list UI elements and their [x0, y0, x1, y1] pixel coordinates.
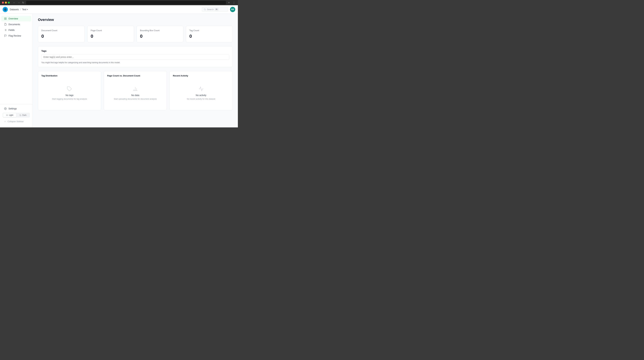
- stat-value: 0: [41, 34, 81, 39]
- sidebar-item-label: Fields: [8, 29, 14, 31]
- settings-item[interactable]: Settings: [1, 106, 31, 112]
- overview-icon: [4, 17, 7, 20]
- stat-value: 0: [91, 34, 130, 39]
- stat-value: 0: [189, 34, 229, 39]
- page-vs-doc-card: Page Count vs. Document Count No data St…: [104, 71, 167, 110]
- svg-rect-5: [6, 19, 6, 20]
- stat-label: Page Count: [91, 29, 130, 32]
- documents-icon: [4, 23, 7, 26]
- charts-grid: Tag Distribution No tags Start tagging d…: [38, 71, 233, 110]
- address-bar[interactable]: [26, 1, 226, 4]
- breadcrumb: Datasets / Test ▾: [10, 8, 28, 11]
- stats-grid: Document Count 0 Page Count 0 Bounding B…: [38, 26, 233, 42]
- main-layout: Overview Documents: [0, 14, 238, 128]
- recent-activity-card: Recent Activity No activity No recent ac…: [170, 71, 233, 110]
- browser-chrome: ← → ↻ + ⋮: [0, 0, 238, 5]
- sidebar-item-fields[interactable]: Fields: [1, 27, 31, 33]
- tag-empty-icon: [67, 86, 72, 92]
- chart-empty-desc: No recent activity for this dataset: [187, 98, 215, 100]
- svg-point-13: [5, 108, 6, 109]
- settings-icon: [4, 107, 7, 110]
- maximize-button[interactable]: [8, 2, 10, 4]
- refresh-button[interactable]: ↻: [22, 1, 25, 4]
- sidebar-nav: Overview Documents: [0, 16, 32, 104]
- svg-point-14: [6, 115, 7, 116]
- top-bar-actions: Search ⌘/ BB: [202, 7, 235, 12]
- top-bar: Datasets / Test ▾ Search ⌘/ BB: [0, 5, 238, 14]
- light-label: Light: [9, 114, 13, 116]
- stat-label: Document Count: [41, 29, 81, 32]
- breadcrumb-datasets[interactable]: Datasets: [10, 8, 19, 11]
- stat-card-bounding-box-count: Bounding Box Count 0: [136, 26, 183, 42]
- browser-menu-button[interactable]: ⋮: [232, 1, 236, 4]
- stat-label: Bounding Box Count: [140, 29, 180, 32]
- window-controls: [2, 2, 10, 4]
- svg-rect-2: [4, 18, 5, 18]
- chart-empty-state: No activity No recent activity for this …: [173, 80, 229, 107]
- settings-label: Settings: [8, 107, 17, 110]
- breadcrumb-current-project: Test ▾: [22, 8, 28, 11]
- sidebar-item-overview[interactable]: Overview: [1, 16, 31, 22]
- chevron-down-icon: ▾: [27, 8, 28, 10]
- stat-card-tag-count: Tag Count 0: [186, 26, 233, 42]
- chart-empty-desc: Start tagging documents for tag analysis: [52, 98, 87, 100]
- close-button[interactable]: [2, 2, 4, 4]
- minimize-button[interactable]: [5, 2, 7, 4]
- dark-label: Dark: [22, 114, 26, 116]
- tags-title: Tags: [41, 50, 229, 52]
- light-theme-button[interactable]: Light: [3, 113, 16, 117]
- sidebar-item-documents[interactable]: Documents: [1, 22, 31, 27]
- chart-title: Page Count vs. Document Count: [107, 74, 164, 77]
- stat-label: Tag Count: [189, 29, 229, 32]
- svg-rect-3: [6, 18, 6, 18]
- collapse-label: Collapse Sidebar: [8, 120, 24, 123]
- svg-line-17: [6, 114, 6, 115]
- sidebar-item-label: Documents: [8, 23, 20, 26]
- collapse-sidebar-button[interactable]: Collapse Sidebar: [1, 119, 31, 124]
- back-button[interactable]: ←: [12, 1, 16, 4]
- browser-navigation: ← → ↻: [12, 1, 25, 4]
- sidebar-item-label: Overview: [8, 17, 18, 20]
- stat-value: 0: [140, 34, 180, 39]
- avatar[interactable]: BB: [230, 7, 235, 12]
- search-label: Search: [207, 8, 214, 10]
- chart-empty-state: No data Start uploading documents for do…: [107, 80, 164, 107]
- sidebar-item-label: Flag Review: [8, 34, 21, 37]
- tags-hint: You might find tags helpful for categori…: [41, 62, 229, 64]
- breadcrumb-separator: /: [20, 8, 21, 11]
- chart-empty-state: No tags Start tagging documents for tag …: [41, 80, 98, 107]
- search-bar[interactable]: Search ⌘/: [202, 7, 228, 12]
- search-shortcut: ⌘/: [215, 8, 218, 11]
- page-title: Overview: [38, 18, 233, 22]
- app-logo: [2, 7, 8, 12]
- stat-card-document-count: Document Count 0: [38, 26, 85, 42]
- svg-rect-4: [4, 19, 5, 20]
- fields-icon: [4, 28, 7, 32]
- svg-point-1: [204, 9, 205, 10]
- tags-input[interactable]: [41, 54, 229, 60]
- chart-title: Recent Activity: [173, 74, 229, 77]
- new-tab-button[interactable]: +: [227, 1, 231, 4]
- chart-empty-title: No tags: [66, 94, 73, 96]
- chart-empty-desc: Start uploading documents for document a…: [114, 98, 157, 100]
- sidebar: Overview Documents: [0, 14, 33, 128]
- svg-line-22: [8, 114, 8, 115]
- forward-button[interactable]: →: [17, 1, 20, 4]
- bar-chart-empty-icon: [133, 86, 138, 92]
- stat-card-page-count: Page Count 0: [87, 26, 134, 42]
- activity-empty-icon: [198, 86, 204, 92]
- chart-empty-title: No activity: [196, 94, 206, 96]
- content-area: Overview Document Count 0 Page Count 0 B…: [33, 14, 238, 128]
- chart-title: Tag Distribution: [41, 74, 98, 77]
- theme-toggle: Light Dark: [2, 113, 30, 118]
- tags-section: Tags You might find tags helpful for cat…: [38, 46, 233, 67]
- tag-distribution-card: Tag Distribution No tags Start tagging d…: [38, 71, 101, 110]
- sidebar-item-flag-review[interactable]: Flag Review: [1, 33, 31, 38]
- sidebar-bottom: Settings: [0, 104, 32, 126]
- app-window: Datasets / Test ▾ Search ⌘/ BB: [0, 5, 238, 128]
- dark-theme-button[interactable]: Dark: [16, 113, 30, 117]
- chart-empty-title: No data: [131, 94, 139, 96]
- flag-icon: [4, 34, 7, 37]
